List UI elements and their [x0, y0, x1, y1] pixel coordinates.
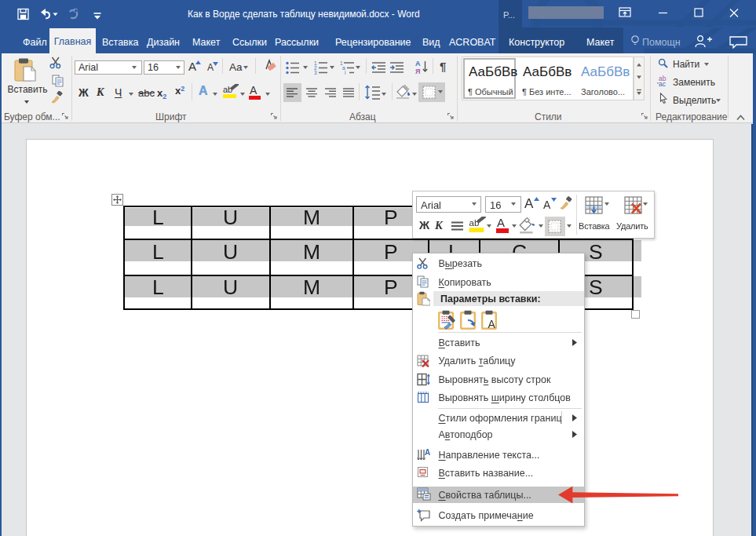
svg-text:i: i [345, 70, 345, 75]
svg-text:3: 3 [314, 70, 317, 75]
svg-text:ac: ac [659, 80, 667, 86]
svg-text:ab: ab [469, 218, 480, 228]
svg-text:A: A [488, 318, 496, 330]
svg-text:Я: Я [415, 67, 420, 75]
svg-text:A: A [425, 448, 430, 457]
svg-text:А: А [415, 60, 421, 67]
svg-text:ab: ab [223, 85, 232, 94]
